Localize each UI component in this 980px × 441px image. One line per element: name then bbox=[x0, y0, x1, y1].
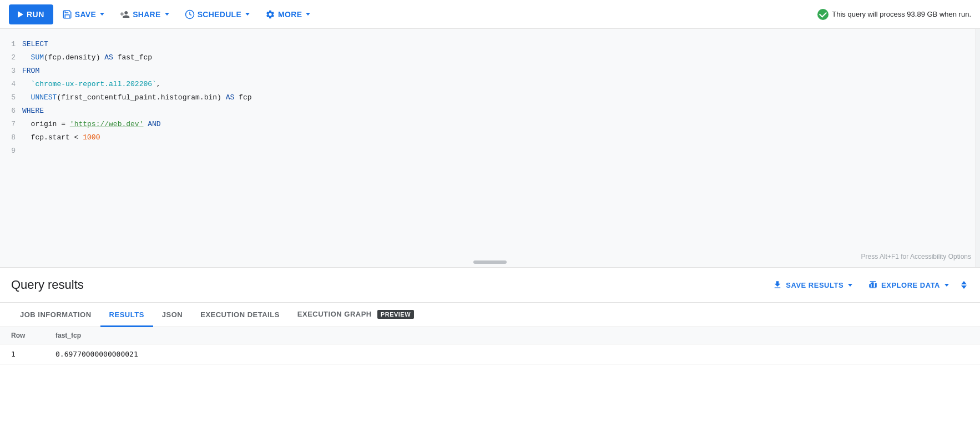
cell-row-1: 1 bbox=[0, 344, 44, 364]
tab-results-label: RESULTS bbox=[109, 310, 144, 319]
cell-fast-fcp-1: 0.69770000000000021 bbox=[44, 344, 980, 364]
code-line-6: WHERE bbox=[22, 104, 971, 118]
table-header-row: Row fast_fcp bbox=[0, 327, 980, 344]
explore-data-label: EXPLORE DATA bbox=[881, 281, 940, 289]
col-header-fast-fcp: fast_fcp bbox=[44, 327, 980, 344]
save-results-button[interactable]: SAVE RESULTS bbox=[767, 277, 858, 293]
play-icon bbox=[18, 11, 23, 18]
results-table: Row fast_fcp 1 0.69770000000000021 bbox=[0, 327, 980, 364]
svg-rect-2 bbox=[872, 283, 874, 288]
query-info-text: This query will process 93.89 GB when ru… bbox=[832, 10, 971, 18]
line-number-4: 4 bbox=[9, 78, 22, 91]
results-section: Query results SAVE RESULTS E bbox=[0, 268, 980, 364]
tab-job-information-label: JOB INFORMATION bbox=[20, 310, 92, 319]
code-editor[interactable]: 1 2 3 4 5 6 7 8 9 SELECT SUM(fcp.density… bbox=[0, 29, 980, 268]
schedule-label: SCHEDULE bbox=[198, 10, 241, 19]
svg-rect-3 bbox=[875, 283, 877, 288]
line-number-3: 3 bbox=[9, 64, 22, 78]
tab-json[interactable]: JSON bbox=[153, 304, 191, 327]
code-line-4: `chrome-ux-report.all.202206`, bbox=[22, 78, 971, 91]
gear-icon bbox=[265, 9, 275, 19]
tab-execution-details-label: EXECUTION DETAILS bbox=[200, 310, 280, 319]
tab-execution-graph[interactable]: EXECUTION GRAPH PREVIEW bbox=[289, 303, 423, 327]
share-icon bbox=[120, 9, 130, 19]
tab-job-information[interactable]: JOB INFORMATION bbox=[11, 304, 100, 327]
save-icon bbox=[62, 9, 72, 19]
code-line-2: SUM(fcp.density) AS fast_fcp bbox=[22, 51, 971, 64]
expand-arrows-icon bbox=[961, 281, 967, 289]
preview-badge: PREVIEW bbox=[377, 310, 414, 319]
schedule-button[interactable]: SCHEDULE bbox=[178, 4, 256, 24]
save-results-label: SAVE RESULTS bbox=[786, 281, 843, 289]
line-number-8: 8 bbox=[9, 131, 22, 144]
code-line-8: fcp.start < 1000 bbox=[22, 131, 971, 144]
code-line-1: SELECT bbox=[22, 38, 971, 51]
tab-execution-graph-label: EXECUTION GRAPH bbox=[297, 310, 372, 318]
vertical-scrollbar[interactable] bbox=[976, 29, 980, 267]
horizontal-scrollbar[interactable] bbox=[473, 260, 507, 264]
check-circle-icon bbox=[817, 9, 829, 20]
tab-execution-details[interactable]: EXECUTION DETAILS bbox=[191, 304, 289, 327]
schedule-chevron-icon bbox=[245, 13, 250, 16]
results-title: Query results bbox=[11, 278, 767, 292]
save-button[interactable]: SAVE bbox=[55, 4, 111, 24]
line-number-5: 5 bbox=[9, 91, 22, 104]
code-line-5: UNNEST(first_contentful_paint.histogram.… bbox=[22, 91, 971, 104]
schedule-icon bbox=[185, 9, 195, 19]
table-row: 1 0.69770000000000021 bbox=[0, 344, 980, 364]
tab-json-label: JSON bbox=[162, 310, 183, 319]
save-label: SAVE bbox=[75, 10, 96, 19]
col-header-row: Row bbox=[0, 327, 44, 344]
code-area[interactable]: SELECT SUM(fcp.density) AS fast_fcp FROM… bbox=[22, 29, 980, 267]
line-number-9: 9 bbox=[9, 144, 22, 158]
editor-inner: 1 2 3 4 5 6 7 8 9 SELECT SUM(fcp.density… bbox=[0, 29, 980, 267]
line-number-2: 2 bbox=[9, 51, 22, 64]
results-header: Query results SAVE RESULTS E bbox=[0, 268, 980, 303]
line-number-1: 1 bbox=[9, 38, 22, 51]
share-chevron-icon bbox=[165, 13, 169, 16]
svg-rect-1 bbox=[869, 284, 871, 288]
more-chevron-icon bbox=[306, 13, 310, 16]
explore-data-chevron-icon bbox=[944, 284, 949, 287]
explore-data-icon bbox=[868, 280, 878, 290]
line-number-7: 7 bbox=[9, 118, 22, 131]
tabs-bar: JOB INFORMATION RESULTS JSON EXECUTION D… bbox=[0, 303, 980, 327]
expand-collapse-button[interactable] bbox=[959, 279, 969, 291]
share-button[interactable]: SHARE bbox=[113, 4, 176, 24]
accessibility-hint: Press Alt+F1 for Accessibility Options bbox=[861, 253, 971, 260]
save-chevron-icon bbox=[100, 13, 104, 16]
line-numbers: 1 2 3 4 5 6 7 8 9 bbox=[0, 29, 22, 267]
more-button[interactable]: MORE bbox=[259, 4, 317, 24]
more-label: MORE bbox=[278, 10, 302, 19]
line-number-6: 6 bbox=[9, 104, 22, 118]
code-line-7: origin = 'https://web.dev' AND bbox=[22, 118, 971, 131]
run-label: RUN bbox=[27, 10, 44, 19]
run-button[interactable]: RUN bbox=[9, 4, 53, 24]
code-line-9 bbox=[22, 144, 971, 158]
query-info: This query will process 93.89 GB when ru… bbox=[817, 9, 971, 20]
results-actions: SAVE RESULTS EXPLORE DATA bbox=[767, 277, 969, 293]
tab-results[interactable]: RESULTS bbox=[100, 304, 153, 327]
download-icon bbox=[772, 280, 782, 290]
code-line-3: FROM bbox=[22, 64, 971, 78]
toolbar: RUN SAVE SHARE SCHEDULE MORE bbox=[0, 0, 980, 29]
save-results-chevron-icon bbox=[848, 284, 852, 287]
share-label: SHARE bbox=[133, 10, 161, 19]
explore-data-button[interactable]: EXPLORE DATA bbox=[862, 277, 954, 293]
